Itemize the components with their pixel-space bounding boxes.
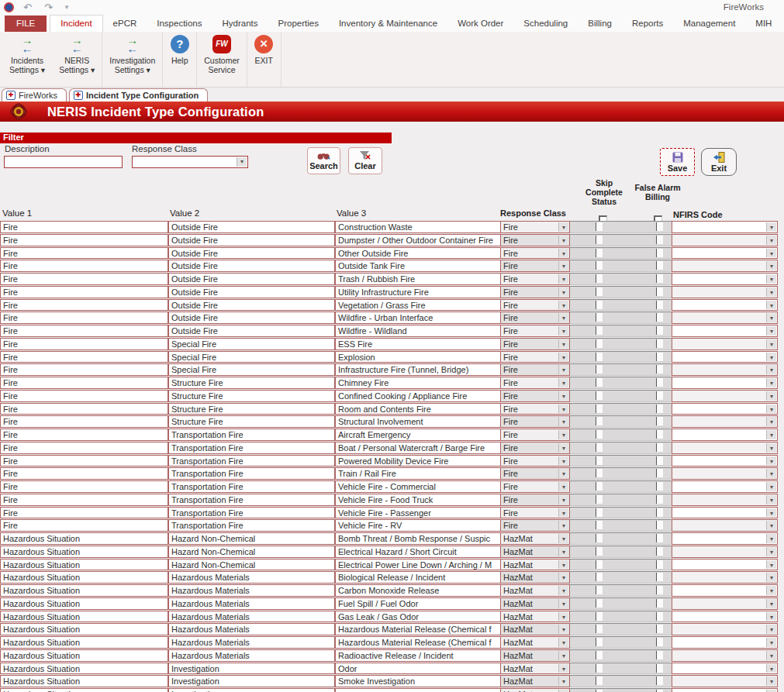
skip-complete-status-checkbox[interactable] bbox=[596, 261, 603, 270]
nfirs-code-dropdown[interactable] bbox=[672, 663, 778, 675]
value2-cell[interactable]: Outside Fire bbox=[168, 221, 335, 233]
response-class-dropdown[interactable]: Fire bbox=[500, 286, 570, 298]
chevron-down-icon[interactable] bbox=[558, 405, 568, 414]
skip-complete-status-checkbox[interactable] bbox=[596, 353, 603, 361]
value1-cell[interactable]: Hazardous Situation bbox=[0, 559, 168, 571]
value3-cell[interactable]: Explosion bbox=[335, 351, 501, 363]
value2-cell[interactable]: Hazardous Materials bbox=[168, 623, 335, 635]
response-class-dropdown[interactable]: Fire bbox=[500, 221, 570, 233]
value3-cell[interactable]: Room and Contents Fire bbox=[335, 403, 501, 415]
response-class-dropdown[interactable]: Fire bbox=[500, 325, 570, 337]
skip-complete-status-checkbox[interactable] bbox=[596, 495, 603, 504]
value1-cell[interactable]: Hazardous Situation bbox=[0, 675, 168, 687]
nfirs-code-dropdown[interactable] bbox=[672, 467, 778, 480]
value3-cell[interactable]: Boat / Personal Watercraft / Barge Fire bbox=[335, 442, 501, 454]
value3-cell[interactable]: Fuel Spill / Fuel Odor bbox=[335, 597, 501, 610]
nfirs-code-dropdown[interactable] bbox=[672, 636, 778, 649]
response-class-filter-dropdown[interactable] bbox=[132, 156, 248, 168]
value2-cell[interactable]: Hazardous Materials bbox=[168, 636, 335, 649]
value1-cell[interactable]: Fire bbox=[0, 467, 168, 480]
nfirs-code-dropdown[interactable] bbox=[672, 611, 778, 623]
value2-cell[interactable]: Special Fire bbox=[168, 363, 335, 376]
undo-icon[interactable]: ↶ bbox=[23, 2, 32, 12]
chevron-down-icon[interactable] bbox=[558, 391, 568, 401]
chevron-down-icon[interactable] bbox=[766, 495, 776, 504]
chevron-down-icon[interactable] bbox=[558, 249, 568, 258]
response-class-dropdown[interactable]: Fire bbox=[500, 260, 570, 272]
value2-cell[interactable]: Hazard Non-Chemical bbox=[168, 532, 335, 545]
chevron-down-icon[interactable] bbox=[558, 625, 568, 634]
value1-cell[interactable]: Fire bbox=[0, 234, 168, 246]
chevron-down-icon[interactable] bbox=[558, 560, 568, 570]
chevron-down-icon[interactable] bbox=[558, 353, 568, 362]
skip-complete-status-checkbox[interactable] bbox=[596, 508, 603, 517]
false-alarm-billing-checkbox[interactable] bbox=[656, 261, 663, 270]
ribbon-tab[interactable]: Scheduling bbox=[513, 15, 578, 32]
value3-cell[interactable]: Wildfire - Urban Interface bbox=[335, 312, 501, 324]
chevron-down-icon[interactable] bbox=[766, 573, 776, 582]
skip-complete-status-checkbox[interactable] bbox=[596, 469, 603, 477]
value1-cell[interactable]: Fire bbox=[0, 247, 168, 260]
chevron-down-icon[interactable] bbox=[558, 677, 568, 686]
value3-cell[interactable]: Train / Rail Fire bbox=[335, 467, 501, 480]
response-class-dropdown[interactable]: Fire bbox=[500, 415, 570, 428]
value3-cell[interactable]: Outside Tank Fire bbox=[335, 260, 501, 272]
skip-complete-status-checkbox[interactable] bbox=[596, 430, 603, 439]
value1-cell[interactable]: Hazardous Situation bbox=[0, 584, 168, 597]
chevron-down-icon[interactable] bbox=[558, 287, 568, 297]
value3-cell[interactable]: Hazardous Material Release (Chemical f bbox=[335, 623, 501, 635]
nfirs-code-dropdown[interactable] bbox=[672, 480, 778, 493]
chevron-down-icon[interactable] bbox=[558, 482, 568, 491]
chevron-down-icon[interactable] bbox=[558, 508, 568, 518]
false-alarm-billing-checkbox[interactable] bbox=[656, 534, 663, 542]
ribbon-tab[interactable]: ePCR bbox=[103, 15, 147, 32]
chevron-down-icon[interactable] bbox=[558, 236, 568, 245]
nfirs-code-dropdown[interactable] bbox=[672, 623, 778, 635]
skip-complete-status-checkbox[interactable] bbox=[596, 405, 603, 413]
nfirs-code-dropdown[interactable] bbox=[672, 559, 778, 571]
chevron-down-icon[interactable] bbox=[558, 651, 568, 660]
response-class-dropdown[interactable]: HazMat bbox=[500, 597, 570, 610]
response-class-dropdown[interactable]: Fire bbox=[500, 467, 570, 480]
value3-cell[interactable]: Construction Waste bbox=[335, 221, 501, 233]
save-button[interactable]: Save bbox=[660, 148, 695, 176]
value1-cell[interactable]: Fire bbox=[0, 363, 168, 376]
value2-cell[interactable]: Transportation Fire bbox=[168, 494, 335, 506]
false-alarm-billing-checkbox[interactable] bbox=[656, 391, 663, 400]
value3-cell[interactable]: Electrical Hazard / Short Circuit bbox=[335, 546, 501, 558]
false-alarm-billing-checkbox[interactable] bbox=[656, 249, 663, 257]
response-class-dropdown[interactable]: Fire bbox=[500, 351, 570, 363]
false-alarm-billing-checkbox[interactable] bbox=[656, 573, 663, 581]
false-alarm-billing-checkbox[interactable] bbox=[656, 405, 663, 413]
value1-cell[interactable]: Hazardous Situation bbox=[0, 649, 168, 662]
false-alarm-billing-checkbox[interactable] bbox=[656, 222, 663, 231]
nfirs-code-dropdown[interactable] bbox=[672, 325, 778, 337]
skip-complete-status-checkbox[interactable] bbox=[596, 599, 603, 608]
document-tab[interactable]: FireWorks bbox=[2, 88, 67, 102]
value1-cell[interactable]: Hazardous Situation bbox=[0, 636, 168, 649]
exit-button[interactable]: Exit bbox=[701, 148, 737, 176]
skip-complete-status-checkbox[interactable] bbox=[596, 573, 603, 581]
value1-cell[interactable]: Fire bbox=[0, 390, 168, 402]
skip-complete-status-checkbox[interactable] bbox=[596, 664, 603, 673]
false-alarm-billing-checkbox[interactable] bbox=[656, 236, 663, 244]
chevron-down-icon[interactable] bbox=[766, 378, 776, 387]
skip-complete-status-checkbox[interactable] bbox=[596, 521, 603, 529]
value2-cell[interactable]: Structure Fire bbox=[168, 403, 335, 415]
value1-cell[interactable]: Hazardous Situation bbox=[0, 688, 168, 692]
value3-cell[interactable]: Radioactive Release / Incident bbox=[335, 649, 501, 662]
response-class-dropdown[interactable]: Fire bbox=[500, 377, 570, 389]
response-class-dropdown[interactable]: HazMat bbox=[500, 636, 570, 649]
false-alarm-billing-checkbox[interactable] bbox=[656, 469, 663, 477]
response-class-dropdown[interactable]: HazMat bbox=[500, 546, 570, 558]
chevron-down-icon[interactable] bbox=[766, 391, 776, 401]
value2-cell[interactable]: Outside Fire bbox=[168, 325, 335, 337]
ribbon-button[interactable]: Customer Service bbox=[197, 32, 247, 87]
value2-cell[interactable]: Structure Fire bbox=[168, 390, 335, 402]
value3-cell[interactable]: Other Outside Fire bbox=[335, 247, 501, 260]
false-alarm-billing-checkbox[interactable] bbox=[656, 677, 663, 685]
redo-icon[interactable]: ↷ bbox=[44, 2, 53, 12]
value2-cell[interactable]: Transportation Fire bbox=[168, 455, 335, 467]
nfirs-code-dropdown[interactable] bbox=[672, 299, 778, 312]
value2-cell[interactable]: Hazard Non-Chemical bbox=[168, 559, 335, 571]
